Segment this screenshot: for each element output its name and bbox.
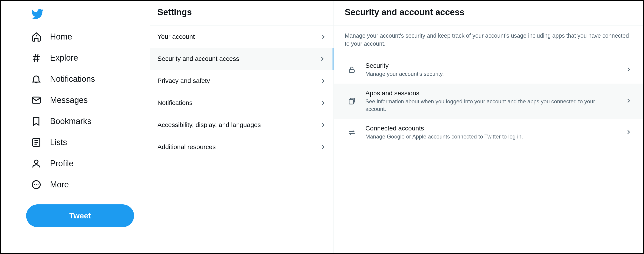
settings-title: Settings bbox=[150, 1, 334, 26]
nav-lists[interactable]: Lists bbox=[26, 132, 150, 153]
svg-point-13 bbox=[36, 184, 37, 185]
detail-item-title: Apps and sessions bbox=[366, 90, 616, 97]
nav-label: Home bbox=[50, 32, 72, 42]
nav-more[interactable]: More bbox=[26, 174, 150, 195]
twitter-logo-icon[interactable] bbox=[26, 6, 150, 24]
explore-icon bbox=[31, 52, 42, 63]
bookmark-icon bbox=[31, 116, 42, 127]
nav-label: More bbox=[50, 180, 69, 189]
nav-label: Bookmarks bbox=[50, 116, 91, 126]
settings-item-label: Your account bbox=[158, 33, 194, 41]
more-icon bbox=[31, 179, 42, 190]
chevron-right-icon bbox=[320, 99, 326, 106]
detail-item-connected-accounts[interactable]: Connected accounts Manage Google or Appl… bbox=[334, 119, 643, 146]
settings-item-label: Accessibility, display, and languages bbox=[158, 121, 261, 129]
detail-item-sub: Manage your account's security. bbox=[366, 70, 616, 78]
detail-item-title: Security bbox=[366, 62, 616, 69]
nav-profile[interactable]: Profile bbox=[26, 153, 150, 174]
nav-label: Profile bbox=[50, 159, 74, 168]
nav-explore[interactable]: Explore bbox=[26, 47, 150, 68]
tweet-button[interactable]: Tweet bbox=[26, 204, 134, 227]
nav-label: Explore bbox=[50, 53, 78, 63]
chevron-right-icon bbox=[319, 55, 326, 62]
detail-title: Security and account access bbox=[334, 1, 643, 26]
svg-point-0 bbox=[36, 35, 37, 37]
svg-point-10 bbox=[34, 160, 38, 163]
nav-label: Messages bbox=[50, 95, 88, 105]
settings-item-additional[interactable]: Additional resources bbox=[150, 136, 334, 158]
detail-column: Security and account access Manage your … bbox=[334, 1, 643, 253]
settings-item-notifications[interactable]: Notifications bbox=[150, 92, 334, 114]
nav-bookmarks[interactable]: Bookmarks bbox=[26, 111, 150, 132]
chevron-right-icon bbox=[320, 77, 326, 84]
settings-item-label: Privacy and safety bbox=[158, 77, 210, 85]
settings-item-security[interactable]: Security and account access bbox=[150, 48, 334, 70]
settings-item-label: Notifications bbox=[158, 99, 192, 107]
chevron-right-icon bbox=[320, 121, 326, 128]
detail-item-sub: See information about when you logged in… bbox=[366, 98, 616, 113]
detail-item-title: Connected accounts bbox=[366, 125, 616, 132]
detail-text: Apps and sessions See information about … bbox=[366, 90, 616, 113]
settings-item-label: Security and account access bbox=[158, 55, 239, 63]
settings-column: Settings Your account Security and accou… bbox=[150, 1, 334, 253]
chevron-right-icon bbox=[320, 33, 326, 40]
svg-rect-15 bbox=[350, 70, 354, 73]
apps-icon bbox=[348, 97, 356, 106]
svg-line-3 bbox=[34, 54, 35, 62]
settings-item-privacy[interactable]: Privacy and safety bbox=[150, 70, 334, 92]
chevron-right-icon bbox=[625, 66, 632, 74]
chevron-right-icon bbox=[625, 97, 632, 105]
nav-home[interactable]: Home bbox=[26, 26, 150, 47]
profile-icon bbox=[31, 158, 42, 169]
detail-item-sub: Manage Google or Apple accounts connecte… bbox=[366, 133, 616, 140]
nav-notifications[interactable]: Notifications bbox=[26, 68, 150, 90]
home-icon bbox=[31, 31, 42, 42]
detail-item-apps-sessions[interactable]: Apps and sessions See information about … bbox=[334, 84, 643, 119]
bell-icon bbox=[31, 74, 42, 85]
nav-label: Lists bbox=[50, 138, 67, 147]
detail-text: Connected accounts Manage Google or Appl… bbox=[366, 125, 616, 140]
nav-messages[interactable]: Messages bbox=[26, 90, 150, 111]
settings-item-account[interactable]: Your account bbox=[150, 26, 334, 48]
primary-nav: Home Explore Notifications Messages bbox=[1, 1, 150, 253]
swap-icon bbox=[348, 128, 356, 137]
svg-point-14 bbox=[38, 184, 38, 185]
settings-item-label: Additional resources bbox=[158, 143, 216, 151]
list-icon bbox=[31, 137, 42, 148]
detail-item-security[interactable]: Security Manage your account's security. bbox=[334, 56, 643, 84]
envelope-icon bbox=[31, 95, 42, 106]
chevron-right-icon bbox=[625, 129, 632, 136]
svg-rect-16 bbox=[349, 99, 354, 104]
svg-point-12 bbox=[34, 184, 35, 185]
detail-text: Security Manage your account's security. bbox=[366, 62, 616, 78]
settings-item-accessibility[interactable]: Accessibility, display, and languages bbox=[150, 114, 334, 136]
lock-icon bbox=[348, 66, 356, 74]
app: Home Explore Notifications Messages bbox=[0, 0, 644, 254]
svg-line-4 bbox=[37, 54, 38, 62]
nav-label: Notifications bbox=[50, 74, 95, 84]
detail-description: Manage your account's security and keep … bbox=[334, 26, 643, 56]
chevron-right-icon bbox=[320, 144, 326, 150]
